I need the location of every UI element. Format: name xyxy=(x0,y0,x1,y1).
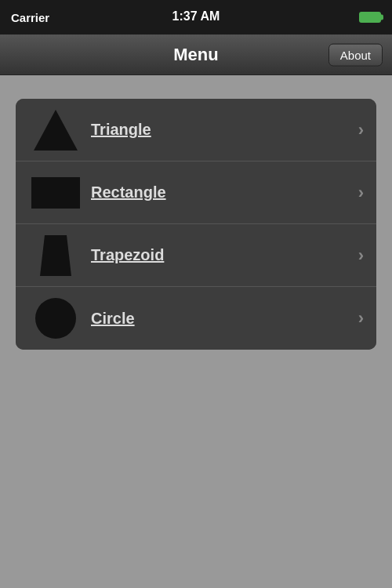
chevron-right-icon: › xyxy=(358,308,364,328)
chevron-right-icon: › xyxy=(358,183,364,203)
rectangle-label: Rectangle xyxy=(83,183,352,201)
triangle-shape xyxy=(34,110,78,151)
triangle-label: Triangle xyxy=(83,121,352,139)
menu-item-triangle[interactable]: Triangle › xyxy=(16,99,376,162)
status-bar: Carrier 1:37 AM xyxy=(0,0,392,34)
circle-icon-wrapper xyxy=(28,298,83,339)
chevron-right-icon: › xyxy=(358,245,364,266)
trapezoid-icon-wrapper xyxy=(28,235,83,276)
time-label: 1:37 AM xyxy=(172,9,220,24)
svg-marker-1 xyxy=(40,235,71,276)
status-right xyxy=(359,12,381,23)
circle-shape xyxy=(35,298,76,339)
battery-icon xyxy=(359,12,381,23)
triangle-icon-wrapper xyxy=(28,110,83,151)
nav-title: Menu xyxy=(173,45,218,65)
menu-list: Triangle › Rectangle › Trapezoid › xyxy=(16,99,376,350)
chevron-right-icon: › xyxy=(358,120,364,140)
menu-item-rectangle[interactable]: Rectangle › xyxy=(16,162,376,224)
main-content: Triangle › Rectangle › Trapezoid › xyxy=(0,75,392,588)
menu-item-trapezoid[interactable]: Trapezoid › xyxy=(16,224,376,287)
about-button[interactable]: About xyxy=(328,43,383,66)
trapezoid-wrapper xyxy=(31,235,80,276)
nav-bar: Menu About xyxy=(0,34,392,75)
carrier-label: Carrier xyxy=(11,11,49,24)
trapezoid-label: Trapezoid xyxy=(83,246,352,264)
status-left: Carrier xyxy=(11,11,54,24)
trapezoid-shape xyxy=(32,235,79,276)
menu-item-circle[interactable]: Circle › xyxy=(16,287,376,350)
circle-label: Circle xyxy=(83,310,352,328)
rectangle-shape xyxy=(31,177,80,209)
rectangle-icon-wrapper xyxy=(28,177,83,209)
